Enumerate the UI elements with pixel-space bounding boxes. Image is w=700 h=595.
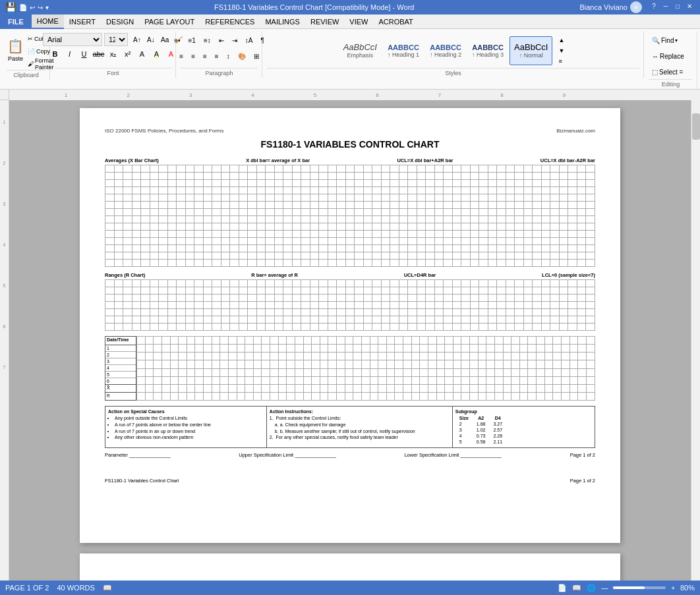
shading-button[interactable]: 🎨 bbox=[235, 49, 249, 63]
file-menu[interactable]: FILE bbox=[0, 14, 32, 29]
find-label: Find bbox=[661, 37, 674, 44]
font-size-selector[interactable]: 12 bbox=[104, 33, 128, 46]
minimize-button[interactable]: ─ bbox=[660, 1, 671, 11]
close-button[interactable]: ✕ bbox=[684, 1, 695, 11]
averages-label3: UCL=X dbl bar+A2R bar bbox=[397, 157, 453, 163]
underline-button[interactable]: U bbox=[78, 47, 91, 61]
review-menu[interactable]: REVIEW bbox=[305, 14, 344, 29]
change-case-button[interactable]: Aa bbox=[158, 34, 169, 45]
view-menu[interactable]: VIEW bbox=[344, 14, 373, 29]
main-area: 1 2 3 4 5 6 7 ISO 22000 FSMS Policies, P… bbox=[0, 100, 700, 584]
subscript-button[interactable]: x₂ bbox=[107, 47, 120, 61]
style-heading3[interactable]: AABBCC ↑ Heading 3 bbox=[467, 36, 508, 65]
bold-button[interactable]: B bbox=[49, 47, 62, 61]
justify-button[interactable]: ≡ bbox=[212, 49, 222, 63]
subgroup-data-table: Size A2 D4 2 1.88 3.27 bbox=[455, 415, 506, 445]
font-group: Arial 12 A↑ A↓ Aa 🧹 B I U abc x₂ x² A A … bbox=[51, 32, 176, 78]
home-menu[interactable]: HOME bbox=[32, 14, 64, 29]
paste-button[interactable]: 📋 Paste bbox=[7, 33, 24, 67]
sample-label-1: 1 bbox=[105, 345, 136, 352]
datetime-section: Date/Time 1 2 3 4 5 6 X̄ R bbox=[105, 336, 595, 401]
param-label: Parameter _______________ bbox=[105, 452, 171, 458]
emphasis-label: Emphasis bbox=[347, 52, 374, 59]
status-left: PAGE 1 OF 2 40 WORDS 📖 bbox=[5, 584, 112, 585]
design-menu[interactable]: DESIGN bbox=[101, 14, 139, 29]
find-button[interactable]: 🔍 Find ▾ bbox=[649, 33, 693, 47]
align-left-button[interactable]: ≡ bbox=[176, 49, 187, 63]
line-spacing-button[interactable]: ↕ bbox=[223, 49, 233, 63]
border-button[interactable]: ⊞ bbox=[250, 49, 262, 63]
styles-more-button[interactable]: ≡ bbox=[555, 57, 568, 66]
title-bar: 💾 📄 ↩ ↪ ▾ FS1180-1 Variables Control Cha… bbox=[0, 0, 700, 14]
paste-label: Paste bbox=[8, 55, 23, 62]
shrink-font-button[interactable]: A↓ bbox=[144, 34, 156, 45]
grow-font-button[interactable]: A↑ bbox=[130, 34, 142, 45]
footer-right: Page 1 of 2 bbox=[570, 478, 595, 484]
insert-menu[interactable]: INSERT bbox=[64, 14, 101, 29]
align-right-button[interactable]: ≡ bbox=[200, 49, 210, 63]
text-effects-button[interactable]: A bbox=[136, 47, 149, 61]
font-selector[interactable]: Arial bbox=[43, 33, 102, 46]
highlight-button[interactable]: A bbox=[150, 47, 163, 61]
cause-1: Any point outside the Control Limits bbox=[115, 415, 264, 422]
view-normal-icon[interactable]: 📄 bbox=[558, 584, 567, 585]
select-button[interactable]: ⬚ Select = bbox=[649, 65, 693, 79]
subgroup-row-5: 5 0.58 2.11 bbox=[455, 439, 506, 445]
heading1-label: ↑ Heading 1 bbox=[388, 51, 419, 58]
sg-d4-3: 2.57 bbox=[489, 427, 506, 433]
view-web-icon[interactable]: 🌐 bbox=[587, 584, 596, 585]
heading2-preview: AABBCC bbox=[430, 43, 461, 51]
style-normal[interactable]: AaBbCcI ↑ Normal bbox=[510, 36, 552, 65]
subgroup-title: Subgroup bbox=[455, 409, 592, 414]
page-layout-menu[interactable]: PAGE LAYOUT bbox=[139, 14, 200, 29]
styles-up-button[interactable]: ▲ bbox=[555, 36, 568, 45]
document-header: ISO 22000 FSMS Policies, Procedures, and… bbox=[105, 128, 595, 134]
title-bar-title: FS1180-1 Variables Control Chart [Compat… bbox=[49, 3, 579, 11]
instructions-col: Action Instructions: 1. Point outside th… bbox=[267, 407, 453, 447]
sg-d4-5: 2.11 bbox=[489, 439, 506, 445]
style-heading1[interactable]: AABBCC ↑ Heading 1 bbox=[383, 36, 424, 65]
scrollbar-vertical[interactable] bbox=[691, 100, 700, 584]
increase-indent-button[interactable]: ⇥ bbox=[229, 33, 241, 47]
replace-button[interactable]: ↔ Replace bbox=[649, 49, 693, 63]
bullets-button[interactable]: ≡• bbox=[171, 33, 183, 47]
sort-button[interactable]: ↕A bbox=[242, 33, 256, 47]
normal-preview: AaBbCcI bbox=[514, 42, 548, 52]
averages-label1: Averages (X Bar Chart) bbox=[105, 157, 159, 163]
ranges-label2: R bar= average of R bbox=[251, 272, 298, 278]
datetime-label: Date/Time bbox=[105, 336, 136, 345]
view-reading-icon[interactable]: 📖 bbox=[572, 584, 581, 585]
italic-button[interactable]: I bbox=[63, 47, 76, 61]
help-button[interactable]: ? bbox=[649, 1, 659, 11]
status-right: 📄 📖 🌐 — + 80% bbox=[558, 584, 695, 585]
status-bar: PAGE 1 OF 2 40 WORDS 📖 📄 📖 🌐 — + 80% bbox=[0, 581, 700, 584]
superscript-button[interactable]: x² bbox=[121, 47, 134, 61]
select-label: Select = bbox=[659, 69, 683, 76]
averages-section: Averages (X Bar Chart) X dbl bar= averag… bbox=[105, 157, 595, 267]
document-page-1: ISO 22000 FSMS Policies, Procedures, and… bbox=[80, 108, 620, 543]
sg-a2-4: 0.73 bbox=[473, 433, 490, 439]
sample-grid-container bbox=[136, 336, 595, 401]
heading3-label: ↑ Heading 3 bbox=[472, 51, 504, 58]
xbar-label: X̄ bbox=[105, 385, 136, 393]
style-emphasis[interactable]: AaBbCcI Emphasis bbox=[339, 36, 382, 65]
emphasis-preview: AaBbCcI bbox=[343, 42, 377, 52]
scrollbar-thumb[interactable] bbox=[692, 113, 700, 140]
maximize-button[interactable]: □ bbox=[672, 1, 683, 11]
replace-label: Replace bbox=[660, 53, 684, 60]
strikethrough-button[interactable]: abc bbox=[92, 47, 105, 61]
mailings-menu[interactable]: MAILINGS bbox=[260, 14, 305, 29]
decrease-indent-button[interactable]: ⇤ bbox=[216, 33, 227, 47]
ruler-horizontal: 1 2 3 4 5 6 7 8 9 bbox=[9, 90, 700, 100]
document-page-2 bbox=[80, 553, 620, 584]
styles-down-button[interactable]: ▼ bbox=[555, 46, 568, 55]
acrobat-menu[interactable]: ACROBAT bbox=[373, 14, 418, 29]
sg-d4-4: 2.28 bbox=[489, 433, 506, 439]
ranges-label1: Ranges (R Chart) bbox=[105, 272, 145, 278]
align-center-button[interactable]: ≡ bbox=[188, 49, 198, 63]
action-section: Action on Special Causes Any point outsi… bbox=[105, 406, 595, 448]
style-heading2[interactable]: AABBCC ↑ Heading 2 bbox=[425, 36, 466, 65]
references-menu[interactable]: REFERENCES bbox=[200, 14, 260, 29]
multilevel-button[interactable]: ≡↕ bbox=[200, 33, 214, 47]
numbering-button[interactable]: ≡1 bbox=[185, 33, 199, 47]
